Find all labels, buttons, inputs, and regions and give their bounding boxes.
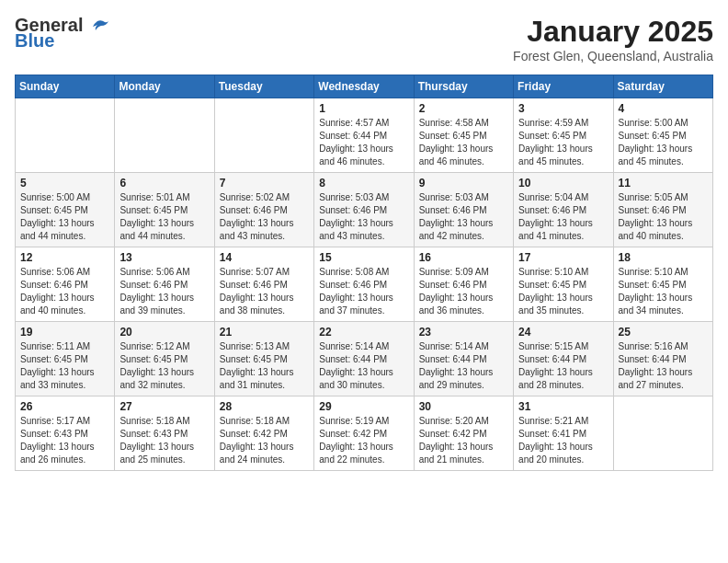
day-number: 26 bbox=[20, 400, 109, 413]
day-info: Sunrise: 5:19 AM Sunset: 6:42 PM Dayligh… bbox=[319, 415, 408, 466]
day-number: 19 bbox=[20, 326, 109, 339]
day-number: 20 bbox=[119, 326, 209, 339]
day-info: Sunrise: 4:59 AM Sunset: 6:45 PM Dayligh… bbox=[518, 117, 608, 168]
logo-blue-text: Blue bbox=[15, 30, 54, 52]
day-info: Sunrise: 5:08 AM Sunset: 6:46 PM Dayligh… bbox=[319, 266, 408, 317]
weekday-header-row: SundayMondayTuesdayWednesdayThursdayFrid… bbox=[16, 75, 713, 98]
calendar-cell: 24Sunrise: 5:15 AM Sunset: 6:44 PM Dayli… bbox=[514, 322, 613, 396]
day-number: 9 bbox=[419, 177, 508, 190]
day-info: Sunrise: 5:11 AM Sunset: 6:45 PM Dayligh… bbox=[20, 340, 109, 392]
day-number: 22 bbox=[319, 326, 408, 339]
calendar-cell: 2Sunrise: 4:58 AM Sunset: 6:45 PM Daylig… bbox=[414, 98, 513, 173]
weekday-header-saturday: Saturday bbox=[613, 75, 712, 98]
day-number: 27 bbox=[119, 400, 209, 413]
day-number: 24 bbox=[518, 326, 608, 339]
day-number: 7 bbox=[220, 177, 309, 190]
day-number: 23 bbox=[419, 326, 508, 339]
day-info: Sunrise: 5:00 AM Sunset: 6:45 PM Dayligh… bbox=[20, 191, 109, 243]
calendar-cell: 19Sunrise: 5:11 AM Sunset: 6:45 PM Dayli… bbox=[16, 322, 115, 396]
calendar-cell: 29Sunrise: 5:19 AM Sunset: 6:42 PM Dayli… bbox=[314, 396, 414, 471]
weekday-header-friday: Friday bbox=[514, 75, 613, 98]
day-number: 25 bbox=[619, 326, 708, 339]
day-number: 28 bbox=[220, 400, 309, 413]
calendar-cell: 20Sunrise: 5:12 AM Sunset: 6:45 PM Dayli… bbox=[115, 322, 214, 396]
day-info: Sunrise: 5:06 AM Sunset: 6:46 PM Dayligh… bbox=[119, 266, 209, 317]
day-info: Sunrise: 4:57 AM Sunset: 6:44 PM Dayligh… bbox=[319, 117, 408, 168]
day-number: 3 bbox=[518, 102, 608, 115]
day-number: 29 bbox=[319, 400, 408, 413]
calendar-cell: 22Sunrise: 5:14 AM Sunset: 6:44 PM Dayli… bbox=[314, 322, 414, 396]
day-info: Sunrise: 5:18 AM Sunset: 6:43 PM Dayligh… bbox=[119, 415, 209, 466]
calendar-cell: 12Sunrise: 5:06 AM Sunset: 6:46 PM Dayli… bbox=[16, 247, 115, 322]
calendar-cell: 18Sunrise: 5:10 AM Sunset: 6:45 PM Dayli… bbox=[613, 247, 712, 322]
calendar-week-5: 26Sunrise: 5:17 AM Sunset: 6:43 PM Dayli… bbox=[16, 396, 713, 471]
day-number: 10 bbox=[518, 177, 608, 190]
calendar-cell bbox=[214, 98, 313, 173]
day-info: Sunrise: 5:04 AM Sunset: 6:46 PM Dayligh… bbox=[518, 191, 608, 243]
day-number: 31 bbox=[518, 400, 608, 413]
calendar-cell: 23Sunrise: 5:14 AM Sunset: 6:44 PM Dayli… bbox=[414, 322, 513, 396]
calendar-cell bbox=[16, 98, 115, 173]
calendar-week-1: 1Sunrise: 4:57 AM Sunset: 6:44 PM Daylig… bbox=[16, 98, 713, 173]
day-info: Sunrise: 5:07 AM Sunset: 6:46 PM Dayligh… bbox=[220, 266, 309, 317]
location-subtitle: Forest Glen, Queensland, Australia bbox=[513, 49, 713, 63]
calendar-cell: 16Sunrise: 5:09 AM Sunset: 6:46 PM Dayli… bbox=[414, 247, 513, 322]
day-number: 18 bbox=[619, 251, 708, 264]
calendar-cell: 31Sunrise: 5:21 AM Sunset: 6:41 PM Dayli… bbox=[514, 396, 613, 471]
calendar-cell: 27Sunrise: 5:18 AM Sunset: 6:43 PM Dayli… bbox=[115, 396, 214, 471]
calendar-cell: 3Sunrise: 4:59 AM Sunset: 6:45 PM Daylig… bbox=[514, 98, 613, 173]
calendar-cell: 17Sunrise: 5:10 AM Sunset: 6:45 PM Dayli… bbox=[514, 247, 613, 322]
day-info: Sunrise: 5:14 AM Sunset: 6:44 PM Dayligh… bbox=[419, 340, 508, 392]
day-number: 4 bbox=[619, 102, 708, 115]
calendar-table: SundayMondayTuesdayWednesdayThursdayFrid… bbox=[15, 75, 713, 471]
day-info: Sunrise: 5:15 AM Sunset: 6:44 PM Dayligh… bbox=[518, 340, 608, 392]
day-number: 6 bbox=[119, 177, 209, 190]
day-info: Sunrise: 5:02 AM Sunset: 6:46 PM Dayligh… bbox=[220, 191, 309, 243]
calendar-cell: 10Sunrise: 5:04 AM Sunset: 6:46 PM Dayli… bbox=[514, 173, 613, 247]
day-number: 30 bbox=[419, 400, 508, 413]
weekday-header-monday: Monday bbox=[115, 75, 214, 98]
calendar-cell bbox=[115, 98, 214, 173]
calendar-cell: 14Sunrise: 5:07 AM Sunset: 6:46 PM Dayli… bbox=[214, 247, 313, 322]
calendar-cell: 15Sunrise: 5:08 AM Sunset: 6:46 PM Dayli… bbox=[314, 247, 414, 322]
day-number: 12 bbox=[20, 251, 109, 264]
day-info: Sunrise: 5:10 AM Sunset: 6:45 PM Dayligh… bbox=[619, 266, 708, 317]
day-info: Sunrise: 5:03 AM Sunset: 6:46 PM Dayligh… bbox=[319, 191, 408, 243]
day-info: Sunrise: 5:10 AM Sunset: 6:45 PM Dayligh… bbox=[518, 266, 608, 317]
logo-bird-icon bbox=[88, 19, 108, 34]
day-info: Sunrise: 5:09 AM Sunset: 6:46 PM Dayligh… bbox=[419, 266, 508, 317]
title-area: January 2025 Forest Glen, Queensland, Au… bbox=[513, 15, 713, 63]
day-number: 5 bbox=[20, 177, 109, 190]
calendar-cell: 9Sunrise: 5:03 AM Sunset: 6:46 PM Daylig… bbox=[414, 173, 513, 247]
calendar-cell: 11Sunrise: 5:05 AM Sunset: 6:46 PM Dayli… bbox=[613, 173, 712, 247]
month-year-title: January 2025 bbox=[513, 15, 713, 49]
calendar-cell: 7Sunrise: 5:02 AM Sunset: 6:46 PM Daylig… bbox=[214, 173, 313, 247]
day-number: 13 bbox=[119, 251, 209, 264]
day-info: Sunrise: 4:58 AM Sunset: 6:45 PM Dayligh… bbox=[419, 117, 508, 168]
calendar-cell: 26Sunrise: 5:17 AM Sunset: 6:43 PM Dayli… bbox=[16, 396, 115, 471]
day-info: Sunrise: 5:00 AM Sunset: 6:45 PM Dayligh… bbox=[619, 117, 708, 168]
calendar-cell: 13Sunrise: 5:06 AM Sunset: 6:46 PM Dayli… bbox=[115, 247, 214, 322]
day-info: Sunrise: 5:16 AM Sunset: 6:44 PM Dayligh… bbox=[619, 340, 708, 392]
calendar-cell: 8Sunrise: 5:03 AM Sunset: 6:46 PM Daylig… bbox=[314, 173, 414, 247]
day-number: 2 bbox=[419, 102, 508, 115]
day-info: Sunrise: 5:05 AM Sunset: 6:46 PM Dayligh… bbox=[619, 191, 708, 243]
day-info: Sunrise: 5:18 AM Sunset: 6:42 PM Dayligh… bbox=[220, 415, 309, 466]
logo: General Blue bbox=[15, 15, 108, 52]
calendar-cell: 5Sunrise: 5:00 AM Sunset: 6:45 PM Daylig… bbox=[16, 173, 115, 247]
calendar-cell: 30Sunrise: 5:20 AM Sunset: 6:42 PM Dayli… bbox=[414, 396, 513, 471]
day-number: 1 bbox=[319, 102, 408, 115]
page-header: General Blue January 2025 Forest Glen, Q… bbox=[15, 15, 713, 63]
calendar-cell: 28Sunrise: 5:18 AM Sunset: 6:42 PM Dayli… bbox=[214, 396, 313, 471]
day-number: 17 bbox=[518, 251, 608, 264]
calendar-cell: 4Sunrise: 5:00 AM Sunset: 6:45 PM Daylig… bbox=[613, 98, 712, 173]
day-info: Sunrise: 5:01 AM Sunset: 6:45 PM Dayligh… bbox=[119, 191, 209, 243]
day-number: 16 bbox=[419, 251, 508, 264]
day-number: 15 bbox=[319, 251, 408, 264]
day-info: Sunrise: 5:06 AM Sunset: 6:46 PM Dayligh… bbox=[20, 266, 109, 317]
weekday-header-sunday: Sunday bbox=[16, 75, 115, 98]
day-info: Sunrise: 5:12 AM Sunset: 6:45 PM Dayligh… bbox=[119, 340, 209, 392]
calendar-cell bbox=[613, 396, 712, 471]
day-info: Sunrise: 5:17 AM Sunset: 6:43 PM Dayligh… bbox=[20, 415, 109, 466]
day-number: 14 bbox=[220, 251, 309, 264]
